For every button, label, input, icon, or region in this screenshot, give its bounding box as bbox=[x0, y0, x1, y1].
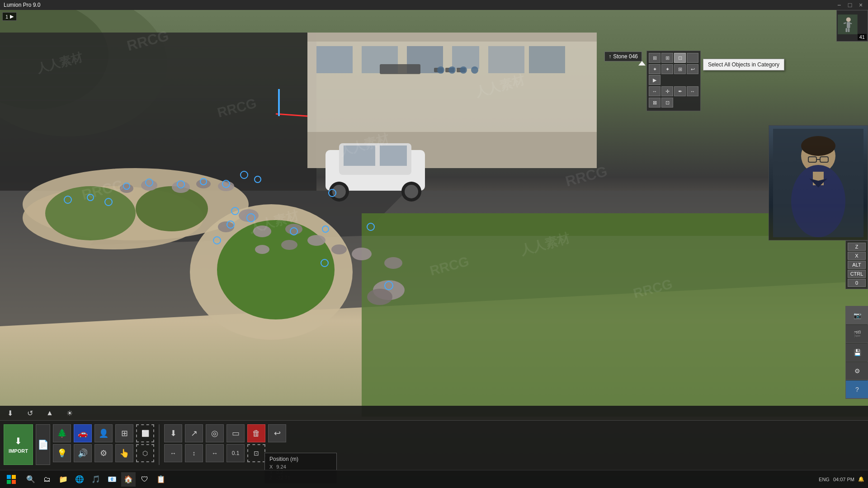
svg-point-41 bbox=[218, 221, 234, 232]
undo-button[interactable]: ↩ bbox=[268, 424, 286, 442]
tool-btn-23[interactable]: ⊞ bbox=[674, 64, 686, 74]
vehicle-button[interactable]: 🚗 bbox=[74, 424, 92, 442]
nature-button[interactable]: 🌲 bbox=[53, 424, 71, 442]
tool-btn-41[interactable]: ⊠ bbox=[649, 98, 660, 108]
tool-btn-14[interactable] bbox=[687, 53, 698, 63]
tool-btn-32[interactable]: ✛ bbox=[661, 86, 673, 96]
lasso-button[interactable]: ⬡ bbox=[136, 444, 154, 462]
import-label: IMPORT bbox=[9, 448, 28, 454]
search-taskbar[interactable]: 🔍 bbox=[24, 472, 38, 487]
snap-button[interactable]: ⊡ bbox=[247, 444, 265, 462]
svg-rect-77 bbox=[457, 68, 466, 72]
taskbar-time: 04:07 PM bbox=[833, 477, 854, 482]
svg-marker-17 bbox=[0, 191, 868, 326]
svg-point-73 bbox=[385, 282, 393, 290]
copy-button[interactable]: ▭ bbox=[226, 424, 245, 442]
select-button[interactable]: 👆 bbox=[115, 444, 133, 462]
watermark-9: RRCG bbox=[564, 163, 609, 190]
transform-button[interactable]: ↔ bbox=[164, 444, 182, 462]
tool-btn-24[interactable]: ↩ bbox=[687, 64, 698, 74]
tool-btn-11[interactable]: ⊞ bbox=[649, 53, 660, 63]
shortcut-alt[interactable]: ALT bbox=[848, 261, 866, 269]
tool-btn-22[interactable]: ✦ bbox=[661, 64, 673, 74]
taskbar-notification[interactable]: 🔔 bbox=[858, 476, 864, 482]
tool-row-people: 👤 ⚙ bbox=[94, 424, 113, 462]
browser-taskbar[interactable]: 🌐 bbox=[72, 472, 87, 487]
scale-button[interactable]: ↕ bbox=[185, 444, 203, 462]
tool-row-1: ⊞ ⊞ ⊡ bbox=[649, 53, 698, 63]
sound-button[interactable]: 🔊 bbox=[74, 444, 92, 462]
svg-point-68 bbox=[290, 228, 297, 235]
watermark-7: RRCG bbox=[428, 253, 471, 279]
film-button[interactable]: 🎬 bbox=[846, 325, 868, 343]
position-x-row: X 9.24 bbox=[269, 464, 332, 469]
mail-taskbar[interactable]: 📧 bbox=[105, 472, 119, 487]
svg-point-19 bbox=[23, 168, 249, 240]
svg-rect-9 bbox=[307, 33, 597, 42]
svg-rect-13 bbox=[452, 46, 479, 69]
tool-btn-25[interactable]: ▶ bbox=[649, 75, 660, 85]
svg-rect-53 bbox=[278, 89, 280, 116]
svg-rect-86 bbox=[848, 28, 850, 32]
camera-button[interactable]: 📷 bbox=[846, 306, 868, 324]
svg-rect-101 bbox=[12, 480, 16, 484]
new-file-button[interactable]: 📄 bbox=[36, 424, 50, 465]
effect-button[interactable]: ⚙ bbox=[94, 444, 113, 462]
pivot-button[interactable]: ◎ bbox=[206, 424, 224, 442]
tool-btn-34[interactable]: ↔ bbox=[687, 86, 698, 96]
select-single[interactable]: ↗ bbox=[185, 424, 203, 442]
svg-point-67 bbox=[329, 189, 336, 197]
explorer-taskbar[interactable]: 📁 bbox=[56, 472, 71, 487]
watermark-10: 人人素材 bbox=[519, 230, 572, 259]
light-button[interactable]: 💡 bbox=[53, 444, 71, 462]
person-silhouette bbox=[773, 129, 863, 237]
tool-btn-42[interactable]: ⊡ bbox=[661, 98, 673, 108]
objects-button[interactable]: ⊞ bbox=[115, 424, 133, 442]
place-button[interactable]: ⬇ bbox=[164, 424, 182, 442]
svg-point-22 bbox=[136, 186, 208, 231]
media-taskbar[interactable]: 🎵 bbox=[89, 472, 103, 487]
close-button[interactable]: × bbox=[857, 1, 864, 9]
mode-landscape[interactable]: ▲ bbox=[43, 407, 56, 419]
tool-btn-21[interactable]: ✦ bbox=[649, 64, 660, 74]
other-taskbar[interactable]: 📋 bbox=[154, 472, 168, 487]
shortcut-ctrl[interactable]: CTRL bbox=[848, 270, 866, 278]
viewport: RRCG 人人素材 RRCG 人人素材 RRCG 人人素材 RRCG 人人素材 … bbox=[0, 10, 868, 488]
save-button[interactable]: 💾 bbox=[846, 343, 868, 361]
shortcut-x[interactable]: X bbox=[848, 252, 866, 260]
svg-point-57 bbox=[200, 178, 207, 185]
window-controls: − □ × bbox=[835, 1, 864, 9]
people-button[interactable]: 👤 bbox=[94, 424, 113, 442]
selection-button[interactable]: ⬜ bbox=[136, 424, 154, 442]
lumion-taskbar[interactable]: 🏠 bbox=[121, 472, 136, 487]
watermark-3: RRCG bbox=[216, 95, 258, 121]
shortcut-0[interactable]: 0 bbox=[848, 279, 866, 287]
tool-btn-13[interactable]: ⊡ bbox=[674, 53, 686, 63]
shortcut-z[interactable]: Z bbox=[848, 243, 866, 251]
svg-point-66 bbox=[231, 207, 239, 215]
delete-button[interactable]: 🗑 bbox=[247, 424, 265, 442]
preview-thumbnail[interactable]: 41 bbox=[836, 10, 868, 42]
start-button[interactable] bbox=[0, 470, 23, 488]
tool-btn-33[interactable]: ✒ bbox=[674, 86, 686, 96]
minimize-button[interactable]: − bbox=[835, 1, 843, 9]
mode-material[interactable]: ↺ bbox=[24, 407, 36, 419]
preview-image bbox=[838, 10, 858, 40]
width-button[interactable]: ↔ bbox=[206, 444, 224, 462]
mode-weather[interactable]: ☀ bbox=[63, 407, 76, 419]
mode-build[interactable]: ⬇ bbox=[4, 407, 16, 419]
maximize-button[interactable]: □ bbox=[846, 1, 854, 9]
tool-btn-31[interactable]: ↔ bbox=[649, 86, 660, 96]
settings-button[interactable]: ⚙ bbox=[846, 362, 868, 380]
svg-point-63 bbox=[255, 176, 261, 183]
taskview-taskbar[interactable]: 🗂 bbox=[40, 472, 54, 487]
help-button[interactable]: ? bbox=[846, 380, 868, 399]
svg-point-45 bbox=[281, 240, 297, 250]
svg-point-20 bbox=[23, 186, 203, 249]
svg-point-47 bbox=[331, 244, 347, 254]
antivirus-taskbar[interactable]: 🛡 bbox=[137, 472, 152, 487]
webcam-feed bbox=[769, 125, 868, 240]
tool-btn-12[interactable]: ⊞ bbox=[661, 53, 673, 63]
svg-rect-12 bbox=[407, 46, 443, 73]
import-button[interactable]: ⬇ IMPORT bbox=[4, 424, 33, 465]
